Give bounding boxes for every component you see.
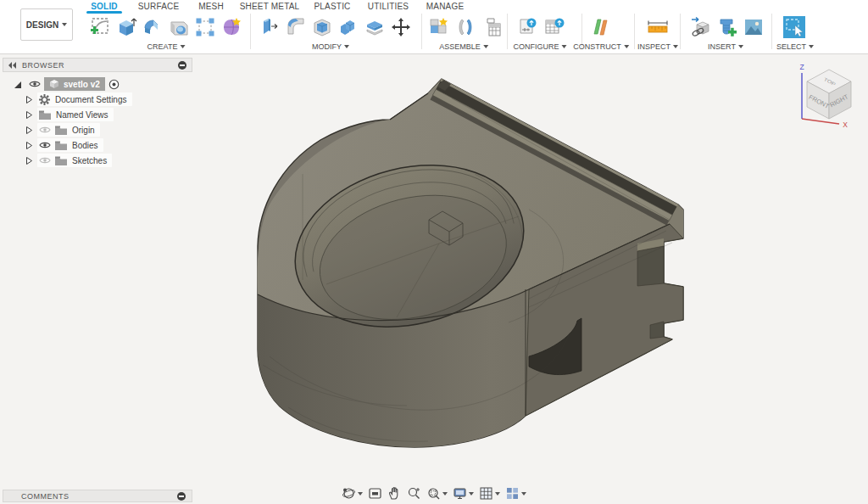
assemble-group [426, 14, 504, 40]
app-window: TOP FRONT RIGHT Z X DESIGN SOLID SURFACE… [0, 0, 868, 504]
component-cube-icon [49, 79, 59, 89]
expand-collapsed-icon[interactable] [26, 96, 32, 104]
tree-row-root[interactable]: svetlo v2 [3, 76, 192, 92]
row-content: Document Settings [37, 92, 132, 106]
insert-group [688, 14, 766, 40]
press-pull-button[interactable] [257, 14, 282, 40]
tab-utilities[interactable]: UTILITIES [368, 2, 409, 11]
inspect-group [645, 14, 670, 40]
chevron-down-icon[interactable] [521, 492, 526, 496]
move-button[interactable] [388, 14, 414, 40]
configuration-table-button[interactable] [542, 14, 567, 40]
create-sketch-button[interactable] [87, 14, 113, 40]
row-content: Sketches [37, 154, 112, 167]
visibility-eye-icon[interactable] [39, 141, 51, 149]
pan-button[interactable] [387, 486, 402, 501]
expand-collapsed-icon[interactable] [26, 126, 32, 134]
new-component-button[interactable] [426, 14, 452, 40]
select-group-label[interactable]: SELECT [776, 42, 814, 51]
tab-manage[interactable]: MANAGE [426, 2, 465, 11]
tree-row-document-settings[interactable]: Document Settings [3, 92, 192, 107]
modify-group-label[interactable]: MODIFY [312, 42, 349, 51]
measure-button[interactable] [645, 14, 670, 40]
expand-collapsed-icon[interactable] [26, 111, 32, 119]
expand-collapsed-icon[interactable] [26, 157, 32, 165]
tree-item-label: Sketches [72, 156, 107, 165]
x-axis-label: X [843, 120, 848, 129]
assemble-group-label[interactable]: ASSEMBLE [439, 42, 488, 51]
row-content: Named Views [37, 108, 114, 121]
pattern-button[interactable] [192, 14, 218, 40]
construct-plane-button[interactable] [588, 14, 614, 40]
chevron-down-icon [62, 23, 67, 26]
fit-button[interactable] [426, 486, 448, 501]
configure-button[interactable] [515, 14, 541, 40]
insert-derive-button[interactable] [688, 14, 714, 40]
insert-fastener-button[interactable] [715, 14, 740, 40]
active-tab-underline [86, 11, 122, 14]
tab-mesh[interactable]: MESH [198, 2, 224, 11]
tab-surface[interactable]: SURFACE [138, 2, 180, 11]
construct-group-label[interactable]: CONSTRUCT [573, 42, 629, 51]
configure-group-label[interactable]: CONFIGURE [514, 42, 567, 51]
create-form-button[interactable] [219, 14, 244, 40]
view-cube[interactable]: TOP FRONT RIGHT Z X [793, 61, 865, 137]
design-menu-label: DESIGN [26, 20, 58, 30]
expand-open-icon[interactable] [13, 80, 22, 89]
expand-collapsed-icon[interactable] [26, 142, 32, 149]
bom-table-button[interactable] [479, 14, 504, 40]
folder-icon [55, 141, 67, 150]
grid-button[interactable] [479, 486, 500, 501]
toolbar-separator [634, 14, 635, 49]
display-settings-button[interactable] [453, 486, 474, 501]
fillet-button[interactable] [283, 14, 309, 40]
tree-item-label: Origin [72, 126, 95, 135]
model-body[interactable] [257, 79, 683, 447]
tab-solid[interactable]: SOLID [91, 2, 118, 11]
chevron-down-icon[interactable] [358, 492, 363, 496]
zoom-button[interactable] [407, 486, 421, 501]
joint-button[interactable] [453, 14, 478, 40]
hole-button[interactable] [166, 14, 192, 40]
tab-plastic[interactable]: PLASTIC [314, 2, 350, 11]
activate-component-icon[interactable] [108, 79, 120, 90]
create-group-label[interactable]: CREATE [147, 42, 186, 51]
tree-item-label: Document Settings [55, 95, 127, 104]
visibility-eye-icon[interactable] [29, 80, 41, 88]
viewports-button[interactable] [505, 486, 526, 501]
orbit-button[interactable] [342, 486, 363, 501]
row-content: Origin [37, 123, 100, 137]
split-body-button[interactable] [362, 14, 387, 40]
main-toolbar: DESIGN SOLID SURFACE MESH SHEET METAL PL… [0, 0, 868, 54]
tree-row-origin[interactable]: Origin [3, 122, 192, 137]
chevron-down-icon[interactable] [442, 492, 448, 496]
browser-title: BROWSER [22, 61, 178, 70]
tab-sheet-metal[interactable]: SHEET METAL [240, 2, 300, 11]
toolbar-separator [771, 14, 772, 49]
look-at-button[interactable] [368, 486, 382, 501]
select-button[interactable] [782, 14, 807, 40]
revolve-button[interactable] [140, 14, 165, 40]
tree-row-bodies[interactable]: Bodies [3, 137, 192, 153]
visibility-eye-hidden-icon[interactable] [39, 126, 51, 134]
toolbar-separator [680, 14, 681, 49]
combine-button[interactable] [336, 14, 361, 40]
chevron-down-icon[interactable] [469, 492, 474, 496]
collapse-panel-icon[interactable] [8, 62, 17, 69]
design-menu-button[interactable]: DESIGN [20, 8, 73, 41]
row-content: Bodies [37, 138, 103, 152]
insert-group-label[interactable]: INSERT [708, 42, 743, 51]
browser-options-icon[interactable] [178, 61, 186, 70]
browser-panel: BROWSER svetlo v2 [3, 58, 192, 168]
root-component-label: svetlo v2 [64, 80, 100, 89]
inspect-group-label[interactable]: INSPECT [637, 42, 678, 51]
tree-row-sketches[interactable]: Sketches [3, 153, 192, 168]
shell-button[interactable] [309, 14, 335, 40]
extrude-button[interactable] [114, 14, 139, 40]
browser-header[interactable]: BROWSER [3, 58, 192, 72]
tree-row-named-views[interactable]: Named Views [3, 107, 192, 122]
insert-canvas-button[interactable] [741, 14, 766, 40]
root-component-selected[interactable]: svetlo v2 [44, 77, 105, 91]
chevron-down-icon[interactable] [495, 492, 500, 496]
visibility-eye-hidden-icon[interactable] [39, 156, 51, 165]
